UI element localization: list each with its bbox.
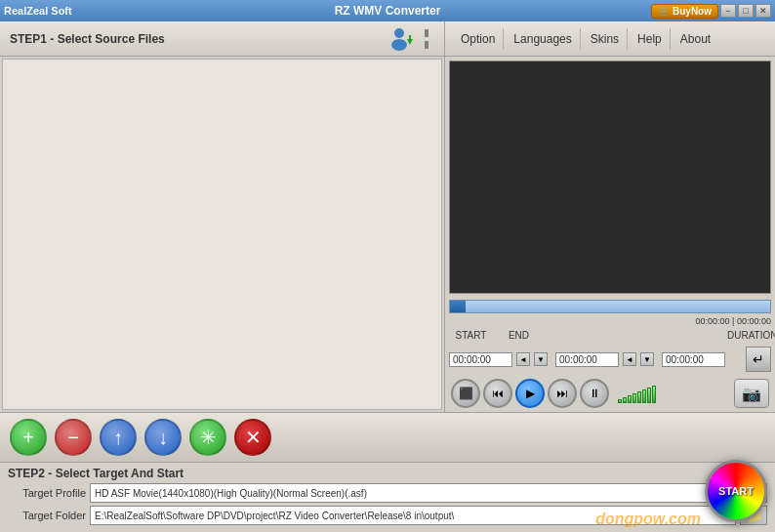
title-bar: RealZeal Soft RZ WMV Converter 🛒 BuyNow … (0, 0, 775, 21)
delete-button[interactable]: ✕ (234, 419, 271, 456)
vol-bar-4 (632, 393, 636, 403)
timeline-progress (450, 301, 466, 312)
stop-button[interactable]: ⬛ (451, 379, 480, 408)
step1-header: STEP1 - Select Source Files (0, 21, 444, 57)
app-name: RealZeal Soft (4, 5, 72, 17)
svg-point-0 (394, 28, 404, 38)
close-button[interactable]: ✕ (755, 4, 771, 18)
step1-title: STEP1 - Select Source Files (10, 32, 165, 46)
end-time-input[interactable] (555, 352, 619, 367)
start-down-btn[interactable]: ▼ (534, 352, 548, 366)
vol-bar-5 (637, 391, 641, 403)
file-list[interactable] (2, 59, 442, 410)
trim-controls: START END DURATION (445, 327, 775, 344)
snapshot-button[interactable]: 📷 (734, 379, 769, 408)
svg-point-1 (391, 39, 407, 51)
right-panel: Option Languages Skins Help About 00:00:… (445, 21, 775, 412)
bottom-area: STEP2 - Select Target And Start Target P… (0, 463, 775, 532)
maximize-button[interactable]: □ (738, 4, 754, 18)
vol-bar-6 (642, 389, 646, 403)
apply-trim-button[interactable]: ↵ (746, 347, 771, 372)
divider-icon (419, 25, 434, 53)
app-title: RZ WMV Converter (335, 4, 441, 18)
target-profile-label: Target Profile (8, 487, 86, 499)
volume-control[interactable] (618, 384, 656, 403)
start-btn-container: START (705, 460, 767, 522)
left-panel: STEP1 - Select Source Files (0, 21, 445, 412)
svg-rect-4 (425, 29, 428, 37)
target-profile-row: Target Profile ▼ 📁 (8, 483, 767, 503)
end-label: END (497, 330, 541, 341)
start-arrow-btn[interactable]: ◄ (516, 352, 530, 366)
end-arrow-btn[interactable]: ◄ (623, 352, 636, 366)
duration-label: DURATION (727, 330, 771, 341)
move-up-button[interactable]: ↑ (100, 419, 137, 456)
vol-bar-2 (623, 397, 627, 403)
move-down-button[interactable]: ↓ (144, 419, 182, 456)
play-button[interactable]: ▶ (515, 379, 545, 408)
vol-bar-7 (647, 388, 651, 403)
add-button[interactable]: + (10, 419, 47, 456)
duration-input[interactable] (662, 352, 725, 367)
menu-about[interactable]: About (673, 28, 718, 50)
target-profile-input[interactable] (90, 483, 713, 503)
trim-inputs: ◄ ▼ ◄ ▼ ↵ (445, 344, 775, 375)
settings-button[interactable]: ✳ (189, 419, 226, 456)
end-button[interactable]: ⏸ (580, 379, 609, 408)
total-time: 00:00:00 (737, 316, 771, 326)
menu-languages[interactable]: Languages (506, 28, 580, 50)
start-time-input[interactable] (449, 352, 512, 367)
start-label: START (449, 330, 493, 341)
step2-title: STEP2 - Select Target And Start (8, 467, 767, 480)
top-section: STEP1 - Select Source Files (0, 21, 775, 412)
menu-bar: Option Languages Skins Help About (445, 21, 775, 57)
menu-help[interactable]: Help (630, 28, 671, 50)
add-files-icon[interactable] (388, 25, 415, 53)
playback-controls: ⬛ ⏮ ▶ ⏭ ⏸ 📷 (445, 375, 775, 412)
current-time: 00:00:00 (696, 316, 730, 326)
minimize-button[interactable]: − (720, 4, 736, 18)
target-folder-label: Target Folder (8, 510, 86, 521)
timeline[interactable] (449, 300, 771, 313)
end-down-btn[interactable]: ▼ (640, 352, 654, 366)
start-button[interactable]: START (705, 460, 767, 522)
vol-bar-1 (618, 399, 622, 403)
main-container: STEP1 - Select Source Files (0, 21, 775, 532)
preview-area (449, 61, 771, 294)
step1-toolbar (388, 25, 434, 53)
remove-button[interactable]: − (55, 419, 92, 456)
menu-skins[interactable]: Skins (583, 28, 628, 50)
window-controls: 🛒 BuyNow − □ ✕ (651, 4, 771, 19)
vol-bar-3 (628, 395, 632, 403)
watermark: dongpow.com (595, 511, 701, 528)
prev-button[interactable]: ⏮ (483, 379, 512, 408)
buy-now-button[interactable]: 🛒 BuyNow (651, 4, 718, 19)
next-button[interactable]: ⏭ (548, 379, 577, 408)
vol-bar-8 (652, 386, 656, 403)
toolbar: + − ↑ ↓ ✳ ✕ (0, 412, 775, 463)
timeline-time: 00:00:00 | 00:00:00 (445, 315, 775, 327)
svg-rect-5 (425, 41, 428, 49)
menu-option[interactable]: Option (453, 28, 504, 50)
